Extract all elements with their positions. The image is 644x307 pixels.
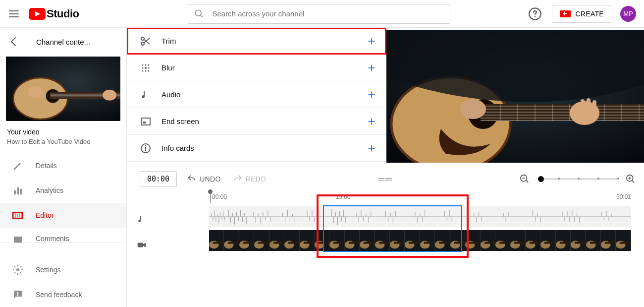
analytics-icon	[12, 184, 24, 196]
sidebar-item-feedback[interactable]: Send feedback	[0, 282, 126, 307]
sidebar-item-label: Settings	[36, 266, 61, 274]
svg-rect-15	[20, 189, 22, 194]
add-blur-button[interactable]	[365, 61, 378, 75]
svg-rect-76	[333, 242, 344, 244]
undo-button[interactable]: UNDO	[187, 174, 220, 184]
create-icon	[559, 10, 571, 18]
video-track[interactable]	[209, 230, 631, 251]
svg-point-12	[103, 90, 116, 101]
timeline-ruler: 00:00 15:00 50:01	[209, 191, 631, 203]
sidebar-item-details[interactable]: Details	[0, 153, 126, 178]
svg-rect-55	[228, 242, 239, 244]
scissors-icon	[140, 35, 152, 47]
app-logo[interactable]: Studio	[29, 7, 79, 20]
svg-rect-106	[484, 242, 495, 244]
tool-endscreen[interactable]: End screen	[127, 108, 386, 135]
add-audio-button[interactable]	[365, 88, 378, 102]
add-infocards-button[interactable]	[365, 141, 378, 155]
editor-icon	[12, 209, 24, 221]
svg-rect-85	[378, 242, 389, 244]
playhead[interactable]	[210, 191, 211, 203]
redo-button[interactable]: REDO	[233, 174, 267, 184]
info-icon	[140, 142, 152, 154]
zoom-in-icon[interactable]	[625, 174, 636, 184]
music-note-icon	[140, 89, 152, 101]
tool-label: Audio	[161, 90, 365, 99]
svg-rect-133	[620, 242, 631, 244]
create-label: CREATE	[575, 10, 604, 18]
svg-rect-79	[349, 242, 360, 244]
search-input[interactable]	[211, 9, 444, 18]
video-camera-icon	[127, 232, 157, 258]
svg-rect-94	[424, 242, 435, 244]
svg-point-17	[16, 268, 19, 271]
svg-point-28	[142, 70, 144, 71]
svg-rect-115	[530, 242, 540, 244]
timeline[interactable]: 00:00 15:00 50:01	[127, 191, 644, 307]
svg-rect-82	[364, 242, 375, 244]
appbar: Studio CREATE MP	[0, 0, 644, 28]
tool-list: Trim Blur Audio	[127, 28, 386, 167]
svg-rect-97	[439, 242, 450, 244]
comments-icon	[12, 235, 24, 243]
gear-icon	[12, 264, 24, 276]
svg-rect-73	[319, 242, 329, 244]
video-preview[interactable]	[386, 30, 644, 163]
create-button[interactable]: CREATE	[552, 5, 611, 23]
sidebar-item-analytics[interactable]: Analytics	[0, 178, 126, 203]
ruler-end: 50:01	[616, 193, 631, 200]
svg-point-24	[148, 64, 150, 65]
svg-rect-19	[17, 295, 18, 296]
undo-label: UNDO	[200, 175, 220, 183]
pencil-icon	[12, 160, 24, 172]
svg-rect-91	[409, 242, 420, 244]
tool-label: Info cards	[161, 144, 365, 152]
zoom-out-icon[interactable]	[519, 174, 530, 184]
svg-rect-58	[243, 242, 254, 244]
zoom-controls	[519, 174, 636, 184]
timeline-controls: 00:00 UNDO REDO ══	[127, 167, 644, 191]
search-icon	[194, 9, 204, 19]
tool-label: End screen	[161, 117, 365, 125]
current-time[interactable]: 00:00	[140, 171, 177, 187]
svg-rect-118	[544, 242, 555, 244]
svg-rect-121	[560, 242, 571, 244]
add-endscreen-button[interactable]	[365, 115, 378, 128]
svg-point-29	[145, 70, 147, 71]
ruler-start: 00:00	[212, 193, 227, 200]
svg-rect-109	[499, 242, 510, 244]
svg-point-22	[142, 64, 144, 65]
search-field[interactable]	[188, 4, 450, 24]
audio-track[interactable]	[209, 206, 631, 227]
video-thumbnail[interactable]	[6, 57, 120, 121]
svg-rect-49	[138, 243, 143, 247]
svg-rect-52	[213, 242, 224, 244]
zoom-slider[interactable]	[538, 179, 617, 180]
svg-rect-44	[587, 98, 590, 113]
sidebar-item-editor[interactable]: Editor	[0, 203, 126, 228]
help-icon[interactable]	[528, 7, 542, 21]
svg-point-25	[142, 67, 144, 68]
menu-icon[interactable]	[8, 8, 20, 20]
tool-trim[interactable]: Trim	[127, 28, 386, 55]
add-trim-button[interactable]	[365, 34, 378, 48]
avatar[interactable]: MP	[620, 6, 636, 22]
tool-label: Blur	[161, 63, 365, 72]
avatar-initials: MP	[623, 10, 633, 17]
sidebar-item-settings[interactable]: Settings	[0, 257, 126, 282]
drag-handle-icon[interactable]: ══	[378, 174, 393, 184]
feedback-icon	[12, 289, 24, 301]
sidebar-item-label: Analytics	[36, 186, 63, 194]
sidebar-item-label: Comments	[36, 235, 69, 243]
tool-blur[interactable]: Blur	[127, 55, 386, 81]
sidebar-item-label: Details	[36, 162, 57, 170]
svg-rect-130	[605, 242, 616, 244]
tool-infocards[interactable]: Info cards	[127, 135, 386, 162]
sidebar: Channel conte... Your video How to Edit …	[0, 28, 127, 307]
svg-point-23	[145, 64, 147, 65]
svg-rect-67	[288, 242, 299, 244]
svg-rect-18	[17, 292, 18, 295]
tool-audio[interactable]: Audio	[127, 81, 386, 108]
svg-rect-13	[14, 190, 16, 194]
sidebar-item-comments[interactable]: Comments	[0, 228, 126, 243]
